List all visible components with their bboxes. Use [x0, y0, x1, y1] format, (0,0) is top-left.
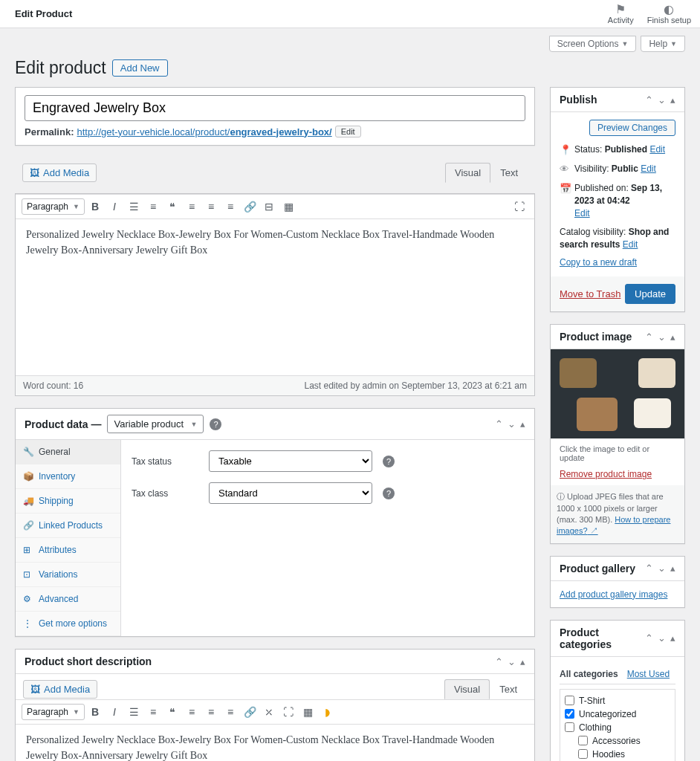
chevron-up-icon[interactable]: ⌃	[645, 563, 653, 574]
attributes-tab[interactable]: ⊞Attributes	[16, 538, 120, 563]
toggle-icon[interactable]: ▴	[670, 94, 675, 106]
permalink-edit-button[interactable]: Edit	[335, 126, 361, 137]
add-new-button[interactable]: Add New	[112, 59, 168, 77]
help-toggle[interactable]: Help ▼	[641, 36, 685, 52]
align-center-icon[interactable]: ≡	[202, 198, 220, 216]
italic-icon[interactable]: I	[106, 703, 123, 721]
product-type-select[interactable]: Variable product ▼	[107, 415, 204, 433]
published-edit-link[interactable]: Edit	[574, 208, 590, 218]
chevron-up-icon[interactable]: ⌃	[645, 94, 653, 106]
bullet-list-icon[interactable]: ☰	[125, 703, 143, 721]
category-checkbox[interactable]	[578, 749, 588, 759]
quote-icon[interactable]: ❝	[163, 198, 181, 216]
add-media-button-short[interactable]: 🖼 Add Media	[23, 680, 97, 699]
activity-button[interactable]: ⚑ Activity	[608, 4, 634, 25]
number-list-icon[interactable]: ≡	[144, 198, 162, 216]
help-icon[interactable]: ?	[383, 488, 395, 499]
screen-options-toggle[interactable]: Screen Options ▼	[549, 36, 637, 52]
add-gallery-images-link[interactable]: Add product gallery images	[560, 589, 667, 600]
chevron-down-icon[interactable]: ⌄	[658, 563, 666, 574]
main-content-editable[interactable]: Personalized Jewelry Necklace Box-Jewelr…	[16, 219, 534, 375]
tax-class-select[interactable]: Standard	[209, 482, 372, 504]
italic-icon[interactable]: I	[106, 198, 123, 216]
bold-icon[interactable]: B	[86, 198, 104, 216]
product-image-thumbnail[interactable]	[551, 349, 684, 438]
chevron-up-icon[interactable]: ⌃	[645, 331, 653, 343]
category-checkbox[interactable]	[565, 709, 574, 719]
text-tab[interactable]: Text	[490, 163, 528, 183]
general-tab[interactable]: 🔧General	[16, 440, 120, 464]
category-checkbox[interactable]	[565, 722, 574, 732]
short-desc-editable[interactable]: Personalized Jewelry Necklace Box-Jewelr…	[16, 725, 534, 761]
chevron-down-icon[interactable]: ⌄	[658, 94, 666, 106]
camera-icon: 🖼	[30, 684, 40, 695]
fullscreen-icon[interactable]: ⛶	[279, 703, 297, 721]
unlink-icon[interactable]: ⤫	[260, 703, 278, 721]
chevron-down-icon[interactable]: ⌄	[508, 656, 516, 667]
toggle-icon[interactable]: ▴	[670, 331, 675, 343]
word-count: Word count: 16	[23, 380, 83, 391]
camera-icon: 🖼	[30, 167, 39, 178]
copy-draft-link[interactable]: Copy to a new draft	[560, 256, 637, 269]
number-list-icon[interactable]: ≡	[144, 703, 162, 721]
toolbar-toggle-icon[interactable]: ▦	[279, 198, 297, 216]
finish-setup-button[interactable]: ◐ Finish setup	[647, 4, 691, 25]
inventory-tab[interactable]: 📦Inventory	[16, 464, 120, 489]
chevron-down-icon[interactable]: ⌄	[508, 418, 516, 430]
update-button[interactable]: Update	[625, 284, 675, 304]
help-icon[interactable]: ?	[383, 456, 395, 467]
align-right-icon[interactable]: ≡	[221, 198, 239, 216]
catalog-edit-link[interactable]: Edit	[623, 239, 638, 250]
add-media-button[interactable]: 🖼 Add Media	[22, 163, 97, 182]
link-icon[interactable]: 🔗	[241, 703, 259, 721]
product-gallery-panel: Product gallery ⌃ ⌄ ▴ Add product galler…	[550, 556, 685, 608]
chevron-down-icon[interactable]: ⌄	[658, 632, 666, 644]
all-categories-tab[interactable]: All categories	[560, 669, 618, 679]
product-title-input[interactable]	[25, 95, 525, 121]
topbar-title: Edit Product	[15, 8, 72, 19]
chevron-down-icon[interactable]: ⌄	[658, 331, 666, 343]
align-right-icon[interactable]: ≡	[221, 703, 239, 721]
remove-image-link[interactable]: Remove product image	[560, 469, 652, 479]
toggle-icon[interactable]: ▴	[520, 656, 525, 667]
category-checkbox[interactable]	[565, 696, 574, 705]
more-options-tab[interactable]: ⋮Get more options	[16, 612, 120, 636]
preview-changes-button[interactable]: Preview Changes	[589, 120, 675, 136]
chevron-up-icon[interactable]: ⌃	[495, 418, 503, 430]
toggle-icon[interactable]: ▴	[520, 418, 525, 430]
linked-products-tab[interactable]: 🔗Linked Products	[16, 514, 120, 538]
align-center-icon[interactable]: ≡	[202, 703, 220, 721]
tax-status-select[interactable]: Taxable	[209, 450, 372, 472]
bullet-list-icon[interactable]: ☰	[125, 198, 143, 216]
toggle-icon[interactable]: ▴	[670, 632, 675, 644]
most-used-tab[interactable]: Most Used	[627, 669, 670, 679]
bold-icon[interactable]: B	[86, 703, 104, 721]
align-left-icon[interactable]: ≡	[183, 198, 201, 216]
advanced-tab[interactable]: ⚙Advanced	[16, 587, 120, 612]
text-tab-short[interactable]: Text	[490, 679, 527, 699]
help-icon[interactable]: ?	[210, 418, 221, 430]
block-format-select[interactable]: Paragraph ▼	[22, 198, 85, 215]
shipping-tab[interactable]: 🚚Shipping	[16, 489, 120, 514]
toolbar-toggle-icon[interactable]: ▦	[299, 703, 317, 721]
visibility-edit-link[interactable]: Edit	[641, 163, 656, 174]
variations-tab[interactable]: ⊡Variations	[16, 563, 120, 587]
wrench-icon: 🔧	[23, 447, 33, 457]
visual-tab[interactable]: Visual	[445, 163, 490, 183]
chevron-up-icon[interactable]: ⌃	[645, 632, 653, 644]
chevron-up-icon[interactable]: ⌃	[495, 656, 503, 667]
toggle-icon[interactable]: ▴	[670, 563, 675, 574]
category-checkbox[interactable]	[578, 736, 588, 745]
status-edit-link[interactable]: Edit	[649, 144, 665, 155]
quote-icon[interactable]: ❝	[163, 703, 181, 721]
read-more-icon[interactable]: ⊟	[260, 198, 278, 216]
special-icon[interactable]: ◗	[318, 703, 336, 721]
visual-tab-short[interactable]: Visual	[444, 679, 490, 699]
link-icon: 🔗	[23, 520, 33, 531]
move-to-trash-link[interactable]: Move to Trash	[560, 288, 620, 299]
fullscreen-icon[interactable]: ⛶	[511, 198, 528, 216]
align-left-icon[interactable]: ≡	[183, 703, 201, 721]
block-format-select-short[interactable]: Paragraph ▼	[22, 704, 85, 720]
link-icon[interactable]: 🔗	[241, 198, 259, 216]
permalink-link[interactable]: http://get-your-vehicle.local/product/en…	[77, 126, 331, 137]
